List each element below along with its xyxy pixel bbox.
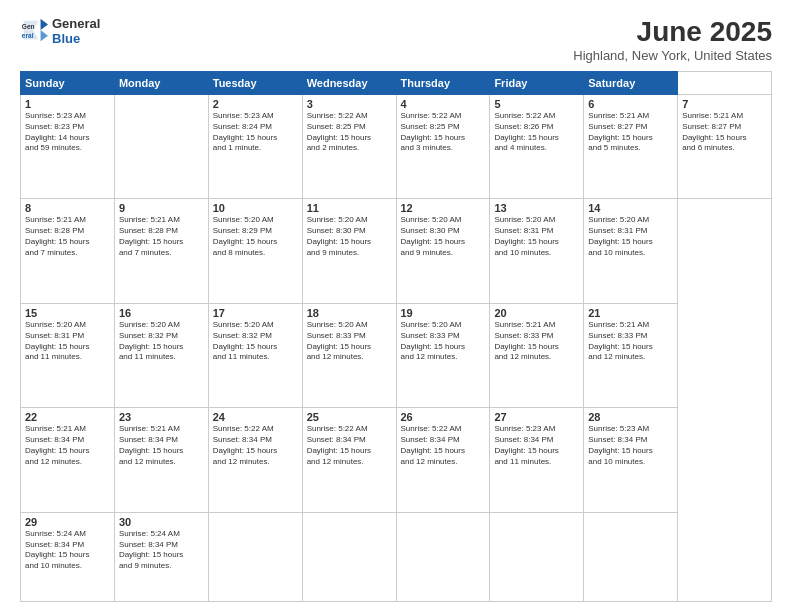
- table-row: 21Sunrise: 5:21 AMSunset: 8:33 PMDayligh…: [584, 303, 678, 407]
- table-row: 8Sunrise: 5:21 AMSunset: 8:28 PMDaylight…: [21, 199, 115, 303]
- table-row: 27Sunrise: 5:23 AMSunset: 8:34 PMDayligh…: [490, 408, 584, 512]
- table-row: 20Sunrise: 5:21 AMSunset: 8:33 PMDayligh…: [490, 303, 584, 407]
- table-row: 14Sunrise: 5:20 AMSunset: 8:31 PMDayligh…: [584, 199, 678, 303]
- table-row: 13Sunrise: 5:20 AMSunset: 8:31 PMDayligh…: [490, 199, 584, 303]
- table-row: 28Sunrise: 5:23 AMSunset: 8:34 PMDayligh…: [584, 408, 678, 512]
- month-year: June 2025: [573, 16, 772, 48]
- logo-icon: Gen eral: [20, 17, 48, 45]
- table-row: [114, 95, 208, 199]
- table-row: 4Sunrise: 5:22 AMSunset: 8:25 PMDaylight…: [396, 95, 490, 199]
- svg-text:Gen: Gen: [22, 23, 35, 30]
- table-row: [490, 512, 584, 601]
- table-row: 11Sunrise: 5:20 AMSunset: 8:30 PMDayligh…: [302, 199, 396, 303]
- table-row: 5Sunrise: 5:22 AMSunset: 8:26 PMDaylight…: [490, 95, 584, 199]
- table-row: [302, 512, 396, 601]
- col-thursday: Thursday: [396, 72, 490, 95]
- table-row: 30Sunrise: 5:24 AMSunset: 8:34 PMDayligh…: [114, 512, 208, 601]
- table-row: 12Sunrise: 5:20 AMSunset: 8:30 PMDayligh…: [396, 199, 490, 303]
- table-row: 23Sunrise: 5:21 AMSunset: 8:34 PMDayligh…: [114, 408, 208, 512]
- table-row: [396, 512, 490, 601]
- col-saturday: Saturday: [584, 72, 678, 95]
- week-row-5: 29Sunrise: 5:24 AMSunset: 8:34 PMDayligh…: [21, 512, 772, 601]
- table-row: 24Sunrise: 5:22 AMSunset: 8:34 PMDayligh…: [208, 408, 302, 512]
- calendar-table: Sunday Monday Tuesday Wednesday Thursday…: [20, 71, 772, 602]
- logo-blue: Blue: [52, 31, 100, 46]
- table-row: 15Sunrise: 5:20 AMSunset: 8:31 PMDayligh…: [21, 303, 115, 407]
- table-row: [208, 512, 302, 601]
- table-row: 25Sunrise: 5:22 AMSunset: 8:34 PMDayligh…: [302, 408, 396, 512]
- week-row-2: 8Sunrise: 5:21 AMSunset: 8:28 PMDaylight…: [21, 199, 772, 303]
- table-row: 22Sunrise: 5:21 AMSunset: 8:34 PMDayligh…: [21, 408, 115, 512]
- col-wednesday: Wednesday: [302, 72, 396, 95]
- svg-text:eral: eral: [22, 32, 34, 39]
- table-row: 9Sunrise: 5:21 AMSunset: 8:28 PMDaylight…: [114, 199, 208, 303]
- logo-general: General: [52, 16, 100, 31]
- table-row: 10Sunrise: 5:20 AMSunset: 8:29 PMDayligh…: [208, 199, 302, 303]
- col-sunday: Sunday: [21, 72, 115, 95]
- title-block: June 2025 Highland, New York, United Sta…: [573, 16, 772, 63]
- col-friday: Friday: [490, 72, 584, 95]
- header-row: Sunday Monday Tuesday Wednesday Thursday…: [21, 72, 772, 95]
- table-row: 7Sunrise: 5:21 AMSunset: 8:27 PMDaylight…: [678, 95, 772, 199]
- table-row: 18Sunrise: 5:20 AMSunset: 8:33 PMDayligh…: [302, 303, 396, 407]
- svg-marker-4: [41, 19, 48, 30]
- table-row: 17Sunrise: 5:20 AMSunset: 8:32 PMDayligh…: [208, 303, 302, 407]
- table-row: 29Sunrise: 5:24 AMSunset: 8:34 PMDayligh…: [21, 512, 115, 601]
- week-row-1: 1Sunrise: 5:23 AMSunset: 8:23 PMDaylight…: [21, 95, 772, 199]
- header: Gen eral General Blue June 2025 Highland…: [20, 16, 772, 63]
- logo-text-block: General Blue: [52, 16, 100, 46]
- svg-marker-5: [41, 30, 48, 41]
- table-row: 6Sunrise: 5:21 AMSunset: 8:27 PMDaylight…: [584, 95, 678, 199]
- table-row: 3Sunrise: 5:22 AMSunset: 8:25 PMDaylight…: [302, 95, 396, 199]
- table-row: 26Sunrise: 5:22 AMSunset: 8:34 PMDayligh…: [396, 408, 490, 512]
- week-row-3: 15Sunrise: 5:20 AMSunset: 8:31 PMDayligh…: [21, 303, 772, 407]
- col-tuesday: Tuesday: [208, 72, 302, 95]
- table-row: 16Sunrise: 5:20 AMSunset: 8:32 PMDayligh…: [114, 303, 208, 407]
- col-monday: Monday: [114, 72, 208, 95]
- table-row: 2Sunrise: 5:23 AMSunset: 8:24 PMDaylight…: [208, 95, 302, 199]
- table-row: [584, 512, 678, 601]
- table-row: 1Sunrise: 5:23 AMSunset: 8:23 PMDaylight…: [21, 95, 115, 199]
- logo: Gen eral General Blue: [20, 16, 100, 46]
- week-row-4: 22Sunrise: 5:21 AMSunset: 8:34 PMDayligh…: [21, 408, 772, 512]
- page: Gen eral General Blue June 2025 Highland…: [0, 0, 792, 612]
- table-row: 19Sunrise: 5:20 AMSunset: 8:33 PMDayligh…: [396, 303, 490, 407]
- location: Highland, New York, United States: [573, 48, 772, 63]
